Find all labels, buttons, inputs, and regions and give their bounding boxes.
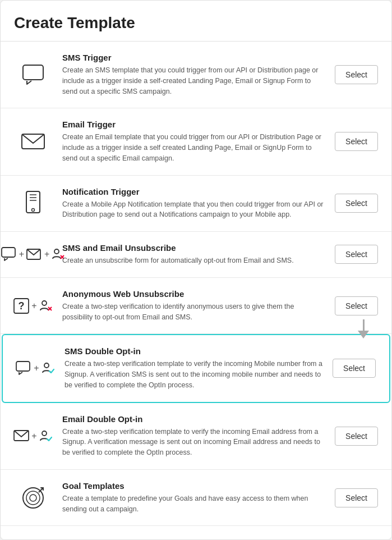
- template-content-sms-double-optin: SMS Double Opt-in Create a two-step veri…: [64, 346, 322, 390]
- template-icon-email-double-optin: +: [14, 429, 52, 443]
- svg-point-3: [32, 209, 35, 212]
- template-icon-sms-trigger: [14, 64, 52, 85]
- template-title-anonymous-web-unsubscribe: Anonymous Web Unsubscribe: [62, 289, 325, 299]
- template-title-sms-trigger: SMS Trigger: [62, 53, 325, 62]
- select-button-goal-templates[interactable]: Select: [335, 488, 378, 507]
- template-item-anonymous-web-unsubscribe: ? + Anonymous Web Unsubscribe Create a t…: [1, 278, 391, 335]
- svg-point-22: [26, 491, 40, 505]
- select-button-email-trigger[interactable]: Select: [335, 132, 378, 151]
- select-button-sms-email-unsubscribe[interactable]: Select: [335, 245, 378, 264]
- select-button-email-double-optin[interactable]: Select: [335, 427, 378, 446]
- template-item-email-double-optin: + Email Double Opt-in Create a two-step …: [1, 403, 391, 470]
- template-title-sms-email-unsubscribe: SMS and Email Unsubscribe: [62, 243, 325, 253]
- template-title-sms-double-optin: SMS Double Opt-in: [64, 346, 322, 356]
- svg-point-14: [42, 301, 47, 305]
- template-item-notification-trigger: Notification Trigger Create a Mobile App…: [1, 176, 391, 232]
- template-content-email-double-optin: Email Double Opt-in Create a two-step ve…: [62, 414, 325, 458]
- select-button-anonymous-web-unsubscribe[interactable]: Select: [335, 296, 378, 315]
- template-title-goal-templates: Goal Templates: [62, 481, 325, 491]
- template-item-sms-double-optin: + SMS Double Opt-in Create a two-step ve…: [2, 334, 390, 402]
- template-desc-anonymous-web-unsubscribe: Create a two-step verification to identi…: [62, 301, 325, 323]
- page-header: Create Template: [1, 1, 391, 42]
- main-page: Create Template SMS Trigger Create an SM…: [0, 0, 392, 540]
- template-content-email-trigger: Email Trigger Create an Email template t…: [62, 120, 325, 163]
- template-desc-sms-double-optin: Create a two-step verification template …: [64, 359, 322, 390]
- svg-rect-7: [2, 248, 15, 257]
- template-content-sms-email-unsubscribe: SMS and Email Unsubscribe Create an unsu…: [62, 243, 325, 266]
- template-item-goal-templates: Goal Templates Create a template to pred…: [1, 470, 391, 527]
- template-item-sms-trigger: SMS Trigger Create an SMS template that …: [1, 42, 391, 108]
- template-title-email-double-optin: Email Double Opt-in: [62, 414, 325, 424]
- select-button-sms-double-optin[interactable]: Select: [333, 359, 376, 378]
- template-content-notification-trigger: Notification Trigger Create a Mobile App…: [62, 187, 325, 221]
- page-title: Create Template: [14, 14, 378, 32]
- svg-rect-17: [16, 361, 30, 371]
- template-desc-email-double-optin: Create a two-step verification template …: [62, 427, 325, 458]
- template-title-email-trigger: Email Trigger: [62, 120, 325, 129]
- template-desc-email-trigger: Create an Email template that you could …: [62, 132, 325, 163]
- template-content-sms-trigger: SMS Trigger Create an SMS template that …: [62, 53, 325, 97]
- svg-text:?: ?: [19, 300, 25, 312]
- svg-point-23: [30, 495, 36, 501]
- template-content-goal-templates: Goal Templates Create a template to pred…: [62, 481, 325, 515]
- template-desc-notification-trigger: Create a Mobile App Notification templat…: [62, 199, 325, 221]
- template-icon-sms-email-unsubscribe: + +: [14, 247, 52, 262]
- template-icon-sms-double-optin: +: [16, 361, 54, 376]
- template-list: SMS Trigger Create an SMS template that …: [1, 42, 391, 526]
- template-item-email-trigger: Email Trigger Create an Email template t…: [1, 108, 391, 175]
- svg-point-18: [44, 363, 49, 368]
- template-icon-notification-trigger: [14, 190, 52, 216]
- svg-point-9: [54, 249, 59, 254]
- arrow-indicator: [358, 319, 369, 338]
- svg-rect-0: [23, 65, 43, 80]
- template-title-notification-trigger: Notification Trigger: [62, 187, 325, 196]
- template-desc-goal-templates: Create a template to predefine your Goal…: [62, 493, 325, 515]
- svg-point-20: [42, 431, 47, 436]
- template-icon-goal-templates: [14, 486, 52, 510]
- select-button-sms-trigger[interactable]: Select: [335, 65, 378, 84]
- template-item-sms-email-unsubscribe: + + SMS and Email Unsubscribe Create an …: [1, 232, 391, 278]
- select-button-notification-trigger[interactable]: Select: [335, 194, 378, 213]
- template-desc-sms-trigger: Create an SMS template that you could tr…: [62, 65, 325, 97]
- template-icon-anonymous-web-unsubscribe: ? +: [14, 298, 52, 314]
- template-content-anonymous-web-unsubscribe: Anonymous Web Unsubscribe Create a two-s…: [62, 289, 325, 323]
- template-desc-sms-email-unsubscribe: Create an unsubscribe form for automatic…: [62, 255, 325, 266]
- template-icon-email-trigger: [14, 132, 52, 151]
